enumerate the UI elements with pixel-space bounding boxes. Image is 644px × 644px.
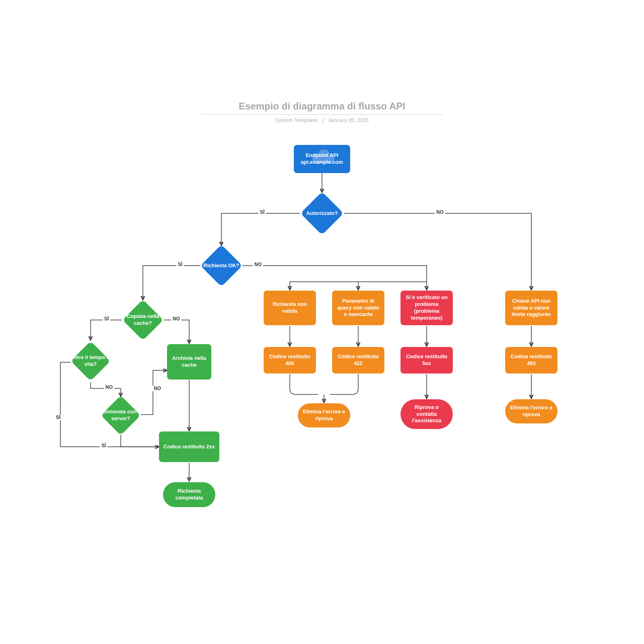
node-richiesta-ok-label: Richiesta OK? — [197, 254, 246, 278]
node-param-query: Parametro di query non valido o mancante — [332, 291, 384, 325]
edge-label-no: NO — [171, 316, 182, 322]
node-copiata-cache-label: Copiata nella cache? — [119, 308, 167, 332]
node-codice-422: Codice restituito 422 — [332, 347, 384, 374]
node-codice-5xx: Codice restituito 5xx — [400, 347, 453, 374]
node-archivia: Archivia nella cache — [167, 344, 211, 380]
node-riprova: Riprova o contatta l'assistenza — [400, 399, 453, 429]
node-chiave-api: Chiave API non valida o valore limite ra… — [505, 291, 557, 325]
node-elimina-1: Elimina l'errore e riprova — [298, 403, 350, 427]
node-endpoint: Endpoint API api.example.com — [294, 145, 350, 173]
edge-label-no: NO — [435, 209, 445, 215]
node-codice-403: Codice restituito 403 — [505, 347, 557, 374]
edge-label-no: NO — [253, 262, 263, 267]
diagram-canvas: SÌ NO SÌ NO SÌ NO NO SÌ NO SÌ Endpoint A… — [0, 0, 644, 644]
edge-label-si: SÌ — [258, 209, 266, 215]
endpoint-label-1: Endpoint API — [301, 152, 343, 159]
node-problema-temp: Si è verificato un problema (problema te… — [400, 291, 453, 325]
node-autorizzato-label: Autorizzato? — [298, 201, 346, 225]
edge-label-si: SÌ — [54, 415, 62, 420]
node-rinnovata-label: Rinnovata con il server? — [97, 402, 145, 428]
node-codice-2xx: Codice restituito 2xx — [159, 431, 219, 462]
edge-label-no: NO — [104, 384, 114, 390]
node-codice-400: Codice restituito 400 — [264, 347, 316, 374]
edge-label-si: SÌ — [176, 262, 184, 267]
endpoint-label-2: api.example.com — [301, 159, 343, 166]
edge-label-si: SÌ — [100, 443, 107, 448]
node-non-valida: Richiesta non valida — [264, 291, 316, 325]
edge-label-si: SÌ — [103, 316, 110, 322]
node-entro-tempo-label: Entro il tempo di vita? — [66, 348, 115, 374]
node-completata: Richiesta completata — [163, 482, 215, 507]
node-elimina-2: Elimina l'errore e riprova — [505, 399, 557, 423]
edge-label-no: NO — [152, 386, 163, 391]
